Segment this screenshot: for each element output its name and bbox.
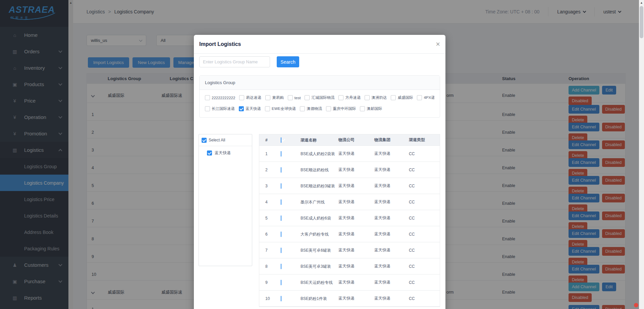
- select-all-checkbox-icon[interactable]: [281, 137, 281, 143]
- select-all-label: Select All: [209, 138, 225, 142]
- search-button[interactable]: Search: [277, 56, 299, 67]
- group-cell: 蓝天快递: [374, 280, 409, 285]
- logistics-group-box: Logistics Group 22222222222 易达速递: [199, 75, 440, 118]
- checkbox-icon[interactable]: [205, 106, 210, 111]
- select-all-row[interactable]: Select All: [199, 134, 252, 146]
- channel-row: 8 BSE美可卓3罐装 蓝天快递 蓝天快递 CC: [259, 258, 440, 274]
- checkbox-icon[interactable]: [265, 106, 270, 111]
- group-option[interactable]: 威盛国际: [391, 95, 413, 100]
- channel-row: 7 BSE美可卓6罐装 蓝天快递 蓝天快递 CC: [259, 242, 440, 258]
- group-option[interactable]: 澳邮国际: [360, 106, 382, 111]
- checkbox-icon[interactable]: [205, 95, 210, 100]
- tree-item-label: 蓝天快递: [215, 150, 231, 156]
- group-option[interactable]: 蓝天快递: [239, 106, 261, 111]
- group-cell: 蓝天快递: [374, 231, 409, 237]
- company-cell: 蓝天快递: [338, 263, 374, 269]
- group-option[interactable]: 重庆中环国际: [326, 106, 356, 111]
- checkbox-icon[interactable]: [391, 95, 396, 100]
- group-option[interactable]: 澳洲韵达: [365, 95, 387, 100]
- channel-row: 9 BSE天运奶粉专线 蓝天快递 蓝天快递 CC: [259, 274, 440, 291]
- company-cell: 蓝天快递: [338, 151, 374, 157]
- checkbox-icon[interactable]: [326, 106, 331, 111]
- checkbox-icon[interactable]: [360, 106, 365, 111]
- type-cell: CC: [409, 248, 440, 253]
- page-scrollbar[interactable]: ▲: [639, 0, 644, 309]
- channel-name-cell: 大客户奶粉专线: [301, 229, 338, 239]
- checkbox-icon[interactable]: [202, 138, 207, 143]
- group-option[interactable]: 22222222222: [205, 95, 235, 100]
- checkbox-icon[interactable]: [305, 95, 310, 100]
- checkbox-icon[interactable]: [417, 95, 422, 100]
- channel-row: 4 墨尔本广州线 蓝天快递 蓝天快递 CC: [259, 194, 440, 210]
- company-cell: 蓝天快递: [338, 296, 374, 301]
- group-option[interactable]: test: [288, 95, 301, 100]
- row-index: 7: [259, 248, 279, 253]
- group-cell: 蓝天快递: [374, 263, 409, 269]
- channel-name-cell: BSE美可卓6罐装: [301, 245, 338, 255]
- group-option[interactable]: EWE全球快递: [265, 106, 296, 111]
- group-option-label: 重庆中环国际: [333, 106, 356, 111]
- checkbox-icon[interactable]: [281, 264, 281, 269]
- checkbox-icon[interactable]: [207, 150, 212, 156]
- close-icon[interactable]: ×: [436, 41, 440, 48]
- group-option[interactable]: 澳德物流: [300, 106, 322, 111]
- type-cell: CC: [409, 184, 440, 188]
- channel-name-cell: 墨尔本广州线: [301, 197, 338, 207]
- checkbox-icon[interactable]: [239, 106, 244, 111]
- type-column-header: 渠道类型: [409, 137, 440, 143]
- checkbox-icon[interactable]: [281, 296, 281, 301]
- group-option[interactable]: 汇城国际物流: [305, 95, 334, 100]
- company-cell: 蓝天快递: [338, 280, 374, 285]
- group-option-label: 澳德物流: [307, 106, 322, 111]
- checkbox-icon[interactable]: [281, 183, 281, 189]
- type-cell: CC: [409, 264, 440, 269]
- tree-item[interactable]: 蓝天快递: [199, 146, 252, 156]
- checkbox-icon[interactable]: [300, 106, 305, 111]
- channel-name-cell: BSE天运奶粉专线: [301, 277, 338, 288]
- scroll-up-icon[interactable]: ▲: [639, 0, 644, 5]
- channel-row: 6 大客户奶粉专线 蓝天快递 蓝天快递 CC: [259, 226, 440, 242]
- type-cell: CC: [409, 168, 440, 172]
- checkbox-icon[interactable]: [281, 280, 281, 285]
- group-option[interactable]: 束易购: [265, 95, 284, 100]
- company-cell: 蓝天快递: [338, 215, 374, 221]
- checkbox-icon[interactable]: [281, 248, 281, 253]
- company-cell: 蓝天快递: [338, 199, 374, 205]
- row-index: 1: [259, 151, 279, 156]
- group-option-label: 澳洲韵达: [371, 95, 387, 100]
- checkbox-icon[interactable]: [265, 95, 270, 100]
- channel-name-cell: BSE成人奶粉6袋: [301, 213, 338, 223]
- group-cell: 蓝天快递: [374, 215, 409, 221]
- checkbox-icon[interactable]: [338, 95, 343, 100]
- checkbox-icon[interactable]: [281, 215, 281, 221]
- type-cell: CC: [409, 280, 440, 285]
- options-row-2: 长江国际速递 蓝天快递 EWE全球快递 澳德物流: [205, 106, 434, 111]
- group-option[interactable]: 易达速递: [239, 95, 261, 100]
- index-column-header: #: [259, 138, 279, 142]
- checkbox-icon[interactable]: [281, 232, 281, 237]
- checkbox-icon[interactable]: [288, 95, 293, 100]
- checkbox-icon[interactable]: [281, 167, 281, 173]
- group-option[interactable]: 长江国际速递: [205, 106, 235, 111]
- group-option-label: test: [294, 96, 301, 100]
- company-column-header: 物流公司: [338, 137, 374, 143]
- channel-name-cell: BSE顺达奶粉线: [301, 165, 338, 175]
- type-cell: CC: [409, 151, 440, 156]
- logistics-group-options: 22222222222 易达速递 束易购 test: [200, 90, 440, 117]
- group-tree-panel: Select All 蓝天快递: [199, 134, 252, 266]
- scrollbar-thumb[interactable]: [640, 6, 643, 38]
- company-cell: 蓝天快递: [338, 183, 374, 189]
- checkbox-icon[interactable]: [239, 95, 244, 100]
- checkbox-icon[interactable]: [281, 199, 281, 205]
- checkbox-icon[interactable]: [365, 95, 370, 100]
- checkbox-icon[interactable]: [281, 151, 281, 157]
- group-option-label: 汇城国际物流: [311, 95, 334, 100]
- group-option-label: EWE全球快递: [272, 106, 296, 111]
- channel-row: 3 BSE顺达奶粉3罐装 蓝天快递 蓝天快递 CC: [259, 178, 440, 194]
- channels-table: # 渠道名称 物流公司 物流集团 渠道类型 1 BSE成人奶粉2袋装 蓝天快递 …: [259, 134, 440, 307]
- logistics-group-name-input[interactable]: [199, 56, 270, 67]
- group-option[interactable]: 4PX递四方: [417, 95, 434, 100]
- type-cell: CC: [409, 216, 440, 221]
- group-option[interactable]: 方舟速递: [338, 95, 361, 100]
- modal-header: Import Logistics ×: [194, 35, 445, 54]
